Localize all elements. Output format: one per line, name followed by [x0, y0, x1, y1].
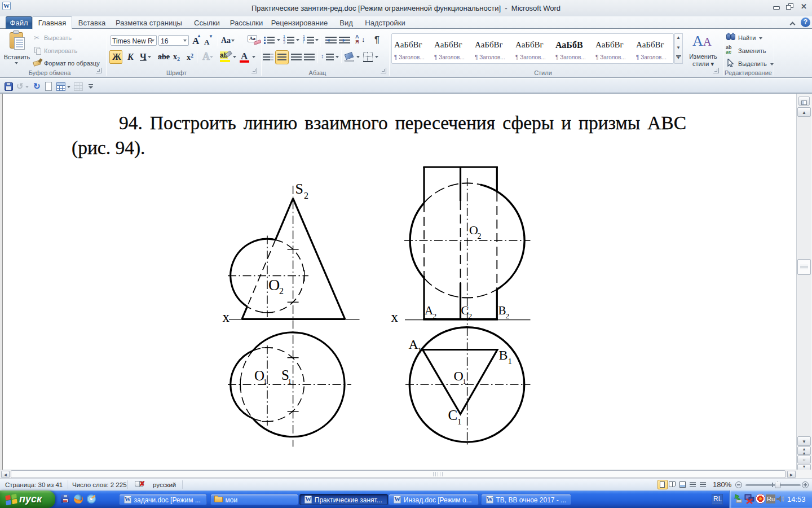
svg-text:2: 2 [279, 286, 284, 296]
svg-text:2: 2 [433, 312, 437, 320]
svg-text:1: 1 [508, 357, 513, 366]
svg-text:O: O [268, 276, 280, 294]
svg-text:x: x [391, 309, 399, 325]
svg-text:2: 2 [304, 191, 308, 200]
svg-text:1: 1 [463, 378, 466, 386]
svg-text:B: B [499, 348, 508, 362]
svg-text:1: 1 [418, 346, 422, 355]
svg-text:2: 2 [469, 312, 473, 320]
svg-text:x: x [223, 309, 230, 325]
svg-text:2: 2 [506, 312, 510, 320]
svg-text:2: 2 [478, 232, 482, 240]
svg-text:O: O [454, 369, 464, 383]
svg-text:1: 1 [263, 377, 267, 386]
svg-text:1: 1 [288, 377, 292, 386]
svg-text:B: B [498, 304, 506, 317]
svg-text:C: C [461, 304, 469, 317]
svg-text:S: S [295, 181, 303, 197]
svg-text:1: 1 [457, 417, 462, 426]
svg-text:C: C [448, 408, 458, 423]
svg-text:O: O [469, 223, 478, 237]
